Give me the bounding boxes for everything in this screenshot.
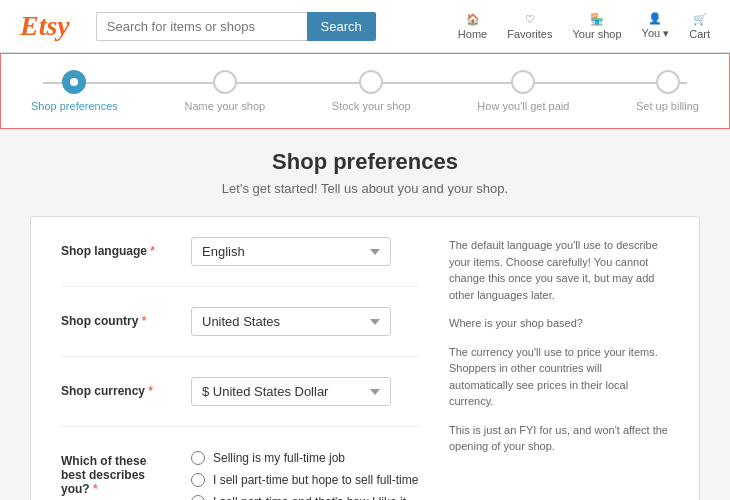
nav-cart-label: Cart <box>689 28 710 40</box>
shop-currency-select[interactable]: $ United States Dollar € Euro £ British … <box>191 377 391 406</box>
form-card: Shop language * English French Spanish G… <box>30 216 700 500</box>
shop-country-select[interactable]: United States United Kingdom Canada Aust… <box>191 307 391 336</box>
radio-fulltime[interactable]: Selling is my full-time job <box>191 451 419 465</box>
step-circle-5 <box>656 70 680 94</box>
nav-home[interactable]: 🏠 Home <box>458 13 487 40</box>
radio-fulltime-input[interactable] <box>191 451 205 465</box>
header-nav: 🏠 Home ♡ Favorites 🏪 Your shop 👤 You ▾ 🛒… <box>458 12 710 40</box>
radio-parttime-like-input[interactable] <box>191 495 205 500</box>
main-content: Shop preferences Let's get started! Tell… <box>0 129 730 500</box>
required-star-country: * <box>142 314 147 328</box>
help-text-currency: The currency you'll use to price your it… <box>449 344 669 410</box>
step-circle-2 <box>213 70 237 94</box>
help-text-language: The default language you'll use to descr… <box>449 237 669 303</box>
help-text-country: Where is your shop based? <box>449 315 669 332</box>
shop-country-field: United States United Kingdom Canada Aust… <box>191 307 419 336</box>
progress-steps: Shop preferences Name your shop Stock yo… <box>31 70 699 112</box>
step-stock-your-shop[interactable]: Stock your shop <box>332 70 411 112</box>
shop-icon: 🏪 <box>590 13 604 26</box>
shop-language-select[interactable]: English French Spanish German <box>191 237 391 266</box>
step-circle-3 <box>359 70 383 94</box>
nav-you[interactable]: 👤 You ▾ <box>642 12 670 40</box>
shop-currency-row: Shop currency * $ United States Dollar €… <box>61 377 419 406</box>
page-title: Shop preferences <box>30 149 700 175</box>
shop-language-field: English French Spanish German <box>191 237 419 266</box>
nav-your-shop[interactable]: 🏪 Your shop <box>572 13 621 40</box>
step-label-5: Set up billing <box>636 100 699 112</box>
nav-favorites[interactable]: ♡ Favorites <box>507 13 552 40</box>
shop-country-label: Shop country * <box>61 307 171 328</box>
radio-fulltime-label: Selling is my full-time job <box>213 451 345 465</box>
nav-home-label: Home <box>458 28 487 40</box>
favorites-icon: ♡ <box>525 13 535 26</box>
divider-1 <box>61 286 419 287</box>
step-how-paid[interactable]: How you'll get paid <box>477 70 569 112</box>
divider-3 <box>61 426 419 427</box>
required-star-describes: * <box>93 482 98 496</box>
step-name-your-shop[interactable]: Name your shop <box>184 70 265 112</box>
shop-language-label: Shop language * <box>61 237 171 258</box>
radio-parttime-like[interactable]: I sell part-time and that's how I like i… <box>191 495 419 500</box>
radio-parttime-hope-label: I sell part-time but hope to sell full-t… <box>213 473 418 487</box>
required-star-language: * <box>150 244 155 258</box>
shop-country-row: Shop country * United States United King… <box>61 307 419 336</box>
etsy-logo[interactable]: Etsy <box>20 10 70 42</box>
search-input[interactable] <box>96 12 307 41</box>
page-subtitle: Let's get started! Tell us about you and… <box>30 181 700 196</box>
radio-parttime-like-label: I sell part-time and that's how I like i… <box>213 495 406 500</box>
shop-currency-field: $ United States Dollar € Euro £ British … <box>191 377 419 406</box>
step-set-up-billing[interactable]: Set up billing <box>636 70 699 112</box>
user-icon: 👤 <box>648 12 662 25</box>
shop-currency-label: Shop currency * <box>61 377 171 398</box>
best-describes-row: Which of these best describes you? * Sel… <box>61 447 419 500</box>
search-button[interactable]: Search <box>307 12 376 41</box>
radio-parttime-hope[interactable]: I sell part-time but hope to sell full-t… <box>191 473 419 487</box>
step-label-4: How you'll get paid <box>477 100 569 112</box>
nav-favorites-label: Favorites <box>507 28 552 40</box>
step-label-1: Shop preferences <box>31 100 118 112</box>
step-label-2: Name your shop <box>184 100 265 112</box>
step-shop-preferences[interactable]: Shop preferences <box>31 70 118 112</box>
best-describes-label: Which of these best describes you? * <box>61 447 171 496</box>
cart-icon: 🛒 <box>693 13 707 26</box>
divider-2 <box>61 356 419 357</box>
nav-you-label: You ▾ <box>642 27 670 40</box>
search-bar: Search <box>96 12 376 41</box>
radio-parttime-hope-input[interactable] <box>191 473 205 487</box>
best-describes-field: Selling is my full-time job I sell part-… <box>191 447 419 500</box>
nav-cart[interactable]: 🛒 Cart <box>689 13 710 40</box>
header: Etsy Search 🏠 Home ♡ Favorites 🏪 Your sh… <box>0 0 730 53</box>
form-left: Shop language * English French Spanish G… <box>61 237 419 500</box>
form-help-text: The default language you'll use to descr… <box>449 237 669 500</box>
step-circle-1 <box>62 70 86 94</box>
step-label-3: Stock your shop <box>332 100 411 112</box>
help-text-describes: This is just an FYI for us, and won't af… <box>449 422 669 455</box>
required-star-currency: * <box>148 384 153 398</box>
progress-section: Shop preferences Name your shop Stock yo… <box>0 53 730 129</box>
home-icon: 🏠 <box>466 13 480 26</box>
nav-your-shop-label: Your shop <box>572 28 621 40</box>
shop-language-row: Shop language * English French Spanish G… <box>61 237 419 266</box>
step-circle-4 <box>511 70 535 94</box>
radio-group: Selling is my full-time job I sell part-… <box>191 447 419 500</box>
